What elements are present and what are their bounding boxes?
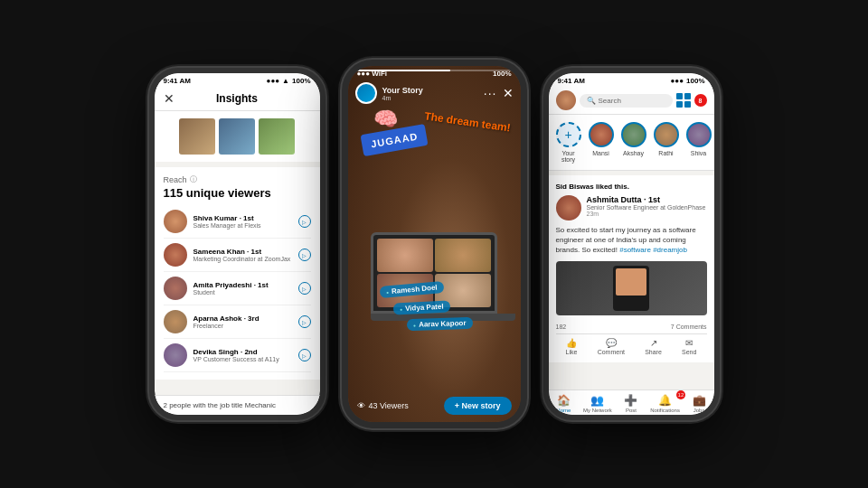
viewer-title-3: Student xyxy=(193,289,292,296)
viewer-title-2: Marketing Coordinator at ZoomJax xyxy=(193,256,292,262)
send-post-button[interactable]: ✉ Send xyxy=(682,338,696,355)
send-button-1[interactable] xyxy=(298,215,311,228)
story-ring-1[interactable] xyxy=(589,122,614,147)
status-time-1: 9:41 AM xyxy=(164,77,191,85)
post-hashtags[interactable]: #software #dreamjob xyxy=(619,246,687,254)
send-label: Send xyxy=(682,349,696,355)
viewer-name-4: Aparna Ashok · 3rd xyxy=(193,314,292,323)
face-2 xyxy=(435,239,491,272)
story-ring-2[interactable] xyxy=(621,122,646,147)
story-close-icon[interactable]: ✕ xyxy=(503,86,514,100)
battery-icon: 100% xyxy=(292,77,310,85)
send-button-2[interactable] xyxy=(298,249,311,261)
like-button[interactable]: 👍 Like xyxy=(566,338,578,355)
status-bar-3: 9:41 AM ●●● 100% xyxy=(549,73,714,87)
story-bubble-4[interactable]: Shiva xyxy=(686,122,712,156)
phone-insights-screen: 9:41 AM ●●● ▲ 100% ✕ Insights xyxy=(155,73,320,415)
share-button[interactable]: ↗ Share xyxy=(645,338,662,355)
post-actions: 👍 Like 💬 Comment ↗ Share ✉ xyxy=(556,338,707,355)
post-author-avatar xyxy=(556,195,581,221)
nav-post[interactable]: ➕ Post xyxy=(624,394,637,413)
wifi-icon: ▲ xyxy=(282,77,289,85)
signal-icon: ●●● xyxy=(267,77,280,85)
notifications-badge: 12 xyxy=(676,390,685,399)
story-ring-3[interactable] xyxy=(654,122,679,147)
story-image-3 xyxy=(259,118,295,155)
notification-badge[interactable]: 8 xyxy=(694,94,707,107)
story-time: 4m xyxy=(382,95,478,101)
post-header: Ashmita Dutta · 1st Senior Software Engi… xyxy=(556,195,707,221)
viewer-info-3: Amita Priyadeshi · 1st Student xyxy=(193,281,292,296)
liked-text: liked this. xyxy=(596,183,629,191)
story-username: Your Story xyxy=(382,86,478,95)
viewer-name-2: Sameena Khan · 1st xyxy=(193,248,292,256)
add-story-ring[interactable]: + xyxy=(556,122,581,147)
nav-jobs[interactable]: 💼 Jobs xyxy=(693,394,706,413)
story-bubble-3[interactable]: Rathi xyxy=(654,122,679,156)
signal-3: ●●● xyxy=(671,77,684,85)
new-story-button[interactable]: + New story xyxy=(444,397,512,415)
story-label-2: Akshay xyxy=(623,150,644,156)
send-button-4[interactable] xyxy=(298,315,311,328)
post-author-info: Ashmita Dutta · 1st Senior Software Engi… xyxy=(587,195,707,217)
post-time: 23m xyxy=(587,211,707,217)
post-author-name: Ashmita Dutta · 1st xyxy=(587,195,707,204)
viewer-row-1: Shiva Kumar · 1st Sales Manager at Flexi… xyxy=(164,205,311,239)
grid-icon[interactable] xyxy=(676,93,691,108)
story-progress-fill xyxy=(354,70,450,71)
viewer-row-3: Amita Priyadeshi · 1st Student xyxy=(164,272,311,305)
comment-label: Comment xyxy=(598,349,625,355)
story-progress-bar xyxy=(354,70,515,71)
story-label-3: Rathi xyxy=(658,150,673,156)
send-post-icon: ✉ xyxy=(685,338,693,348)
status-time-3: 9:41 AM xyxy=(558,77,585,85)
story-bubble-1[interactable]: Mansi xyxy=(589,122,614,156)
feed-post: Sid Biswas liked this. Ashmita Dutta · 1… xyxy=(549,175,714,362)
viewer-title-4: Freelancer xyxy=(193,323,292,329)
send-button-5[interactable] xyxy=(298,349,311,361)
battery-3: 100% xyxy=(686,77,704,85)
bottom-text: 2 people with the job title Mechanic xyxy=(155,395,320,415)
post-image xyxy=(556,261,707,315)
story-image-2 xyxy=(219,118,255,155)
story-image-1 xyxy=(179,118,215,155)
story-label-0: Your story xyxy=(556,150,581,163)
send-button-3[interactable] xyxy=(298,282,311,295)
post-author-title: Senior Software Engineer at GoldenPhase xyxy=(587,204,707,211)
phone-screen-preview xyxy=(616,268,646,296)
search-icon: 🔍 xyxy=(587,97,596,105)
close-icon[interactable]: ✕ xyxy=(164,91,175,106)
status-bar-1: 9:41 AM ●●● ▲ 100% xyxy=(155,73,320,87)
nav-home-label: Home xyxy=(556,408,571,413)
viewer-avatar-1 xyxy=(164,210,187,233)
stories-row: + Your story Mansi Akshay Rathi xyxy=(549,115,714,171)
phone-story-screen: ●●● WiFi 100% Your Story 4m ··· ✕ xyxy=(348,66,521,422)
status-bar-2: ●●● WiFi 100% xyxy=(348,66,521,80)
comment-button[interactable]: 💬 Comment xyxy=(598,338,625,355)
nav-network[interactable]: 👥 My Network xyxy=(583,394,612,413)
nav-home[interactable]: 🏠 Home xyxy=(556,394,571,413)
notifications-icon: 🔔 xyxy=(658,394,672,407)
viewer-row-5: Devika Singh · 2nd VP Customer Success a… xyxy=(164,339,311,372)
story-bubble-2[interactable]: Akshay xyxy=(621,122,646,156)
comments-count: 7 Comments xyxy=(671,324,707,330)
phone-insights: 9:41 AM ●●● ▲ 100% ✕ Insights xyxy=(149,68,326,420)
viewer-info-5: Devika Singh · 2nd VP Customer Success a… xyxy=(193,348,292,362)
post-icon: ➕ xyxy=(624,394,637,407)
liked-by-name: Sid Biswas xyxy=(556,183,594,191)
viewer-name-1: Shiva Kumar · 1st xyxy=(193,214,292,222)
jobs-icon: 💼 xyxy=(693,394,706,407)
home-icon: 🏠 xyxy=(557,394,571,407)
nav-post-label: Post xyxy=(626,408,637,413)
nav-notifications[interactable]: 🔔 12 Notifications xyxy=(650,394,680,413)
phone-story: ●●● WiFi 100% Your Story 4m ··· ✕ xyxy=(342,60,527,428)
post-text: So excited to start my journey as a soft… xyxy=(556,225,707,256)
mechanic-text: 2 people with the job title Mechanic xyxy=(164,401,277,409)
story-menu-icon[interactable]: ··· xyxy=(484,86,497,100)
search-box[interactable]: 🔍 Search xyxy=(580,94,673,108)
status-icons-3: ●●● 100% xyxy=(671,77,705,85)
story-bubble-0[interactable]: + Your story xyxy=(556,122,581,163)
viewer-info-4: Aparna Ashok · 3rd Freelancer xyxy=(193,314,292,329)
story-ring-4[interactable] xyxy=(686,122,712,147)
viewer-title-1: Sales Manager at Flexis xyxy=(193,222,292,229)
